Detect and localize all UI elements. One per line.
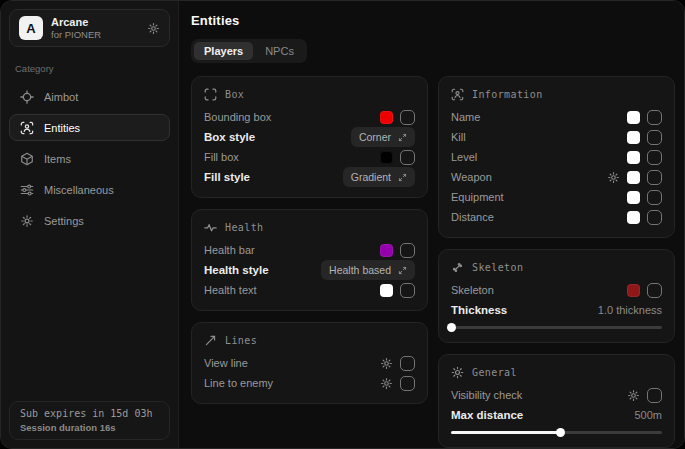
row-thickness: Thickness 1.0 thickness bbox=[451, 300, 662, 320]
max-distance-slider[interactable] bbox=[451, 428, 662, 437]
slider-thumb[interactable] bbox=[447, 323, 456, 332]
checkbox[interactable] bbox=[647, 388, 662, 403]
scan-person-icon bbox=[20, 121, 34, 135]
dropdown-value: Health based bbox=[329, 264, 391, 276]
checkbox[interactable] bbox=[647, 170, 662, 185]
checkbox[interactable] bbox=[400, 150, 415, 165]
slider-track bbox=[451, 326, 662, 329]
lines-card: Lines View line Line to enemy bbox=[191, 322, 428, 404]
checkbox[interactable] bbox=[400, 283, 415, 298]
logo-letter: A bbox=[26, 21, 35, 36]
expand-icon bbox=[398, 173, 407, 182]
setting-label: Fill style bbox=[204, 171, 250, 183]
sidebar-item-items[interactable]: Items bbox=[9, 145, 170, 172]
expand-icon bbox=[398, 266, 407, 275]
setting-label: Health style bbox=[204, 264, 269, 276]
color-swatch[interactable] bbox=[627, 191, 640, 204]
checkbox[interactable] bbox=[647, 150, 662, 165]
color-swatch[interactable] bbox=[627, 284, 640, 297]
row-max-distance: Max distance 500m bbox=[451, 405, 662, 425]
slider-fill bbox=[451, 431, 561, 434]
color-swatch[interactable] bbox=[627, 211, 640, 224]
skeleton-card: Skeleton Skeleton Thickness 1.0 thicknes… bbox=[438, 249, 675, 343]
app-subtitle: for PIONER bbox=[51, 29, 101, 40]
card-header: Box bbox=[204, 87, 415, 101]
dropdown-value: Gradient bbox=[351, 171, 391, 183]
sidebar-nav: Aimbot Entities Items Miscellaneous Sett… bbox=[9, 83, 170, 234]
health-style-dropdown[interactable]: Health based bbox=[321, 260, 415, 280]
sidebar: A Arcane for PIONER Category Aimbot Enti… bbox=[1, 1, 179, 448]
color-swatch[interactable] bbox=[380, 244, 393, 257]
row-name: Name bbox=[451, 107, 662, 127]
setting-label: Kill bbox=[451, 131, 466, 143]
tab-players[interactable]: Players bbox=[194, 42, 253, 60]
setting-label: Distance bbox=[451, 211, 494, 223]
card-title: Lines bbox=[225, 335, 257, 346]
sidebar-item-label: Items bbox=[44, 153, 71, 165]
brand-card: A Arcane for PIONER bbox=[9, 9, 170, 47]
sun-icon bbox=[451, 366, 464, 379]
checkbox[interactable] bbox=[647, 210, 662, 225]
app-logo: A bbox=[19, 16, 43, 40]
row-weapon: Weapon bbox=[451, 167, 662, 187]
checkbox[interactable] bbox=[400, 110, 415, 125]
color-swatch[interactable] bbox=[627, 111, 640, 124]
bone-icon bbox=[451, 261, 464, 274]
card-header: Lines bbox=[204, 333, 415, 347]
setting-label: Line to enemy bbox=[204, 377, 273, 389]
box-style-dropdown[interactable]: Corner bbox=[351, 127, 415, 147]
color-swatch[interactable] bbox=[627, 171, 640, 184]
fill-style-dropdown[interactable]: Gradient bbox=[343, 167, 415, 187]
card-header: General bbox=[451, 365, 662, 379]
setting-label: Weapon bbox=[451, 171, 492, 183]
slider-value: 1.0 thickness bbox=[598, 304, 662, 316]
color-swatch[interactable] bbox=[627, 151, 640, 164]
diagonal-line-icon bbox=[204, 334, 217, 347]
slider-thumb[interactable] bbox=[556, 428, 565, 437]
thickness-slider[interactable] bbox=[451, 323, 662, 332]
sliders-icon bbox=[20, 183, 34, 197]
sidebar-item-aimbot[interactable]: Aimbot bbox=[9, 83, 170, 110]
color-swatch[interactable] bbox=[627, 131, 640, 144]
sidebar-item-miscellaneous[interactable]: Miscellaneous bbox=[9, 176, 170, 203]
row-health-style: Health style Health based bbox=[204, 260, 415, 280]
gear-icon bbox=[20, 214, 34, 228]
color-swatch[interactable] bbox=[380, 284, 393, 297]
row-kill: Kill bbox=[451, 127, 662, 147]
checkbox[interactable] bbox=[647, 130, 662, 145]
checkbox[interactable] bbox=[647, 190, 662, 205]
health-pulse-icon bbox=[204, 221, 217, 234]
sidebar-item-label: Miscellaneous bbox=[44, 184, 114, 196]
setting-label: Fill box bbox=[204, 151, 239, 163]
app-name: Arcane bbox=[51, 16, 101, 28]
card-title: Skeleton bbox=[472, 262, 523, 273]
row-equipment: Equipment bbox=[451, 187, 662, 207]
checkbox[interactable] bbox=[400, 243, 415, 258]
sidebar-item-settings[interactable]: Settings bbox=[9, 207, 170, 234]
checkbox[interactable] bbox=[400, 356, 415, 371]
card-title: Health bbox=[225, 222, 264, 233]
setting-label: Equipment bbox=[451, 191, 504, 203]
color-swatch[interactable] bbox=[380, 151, 393, 164]
subscription-info: Sub expires in 15d 03h Session duration … bbox=[9, 401, 170, 440]
gear-icon[interactable] bbox=[380, 357, 393, 370]
color-swatch[interactable] bbox=[380, 111, 393, 124]
gear-icon[interactable] bbox=[627, 389, 640, 402]
cube-icon bbox=[20, 152, 34, 166]
gear-icon[interactable] bbox=[607, 171, 620, 184]
slider-value: 500m bbox=[634, 409, 662, 421]
expand-icon bbox=[398, 133, 407, 142]
dropdown-value: Corner bbox=[359, 131, 391, 143]
sidebar-item-entities[interactable]: Entities bbox=[9, 114, 170, 141]
setting-label: Health bar bbox=[204, 244, 255, 256]
card-title: Information bbox=[472, 89, 543, 100]
checkbox[interactable] bbox=[647, 283, 662, 298]
checkbox[interactable] bbox=[647, 110, 662, 125]
left-column: Box Bounding box Box style Corne bbox=[191, 76, 428, 404]
row-bounding-box: Bounding box bbox=[204, 107, 415, 127]
gear-icon[interactable] bbox=[380, 377, 393, 390]
tab-npcs[interactable]: NPCs bbox=[255, 42, 304, 60]
checkbox[interactable] bbox=[400, 376, 415, 391]
sidebar-item-label: Entities bbox=[44, 122, 80, 134]
gear-icon[interactable] bbox=[147, 22, 160, 35]
